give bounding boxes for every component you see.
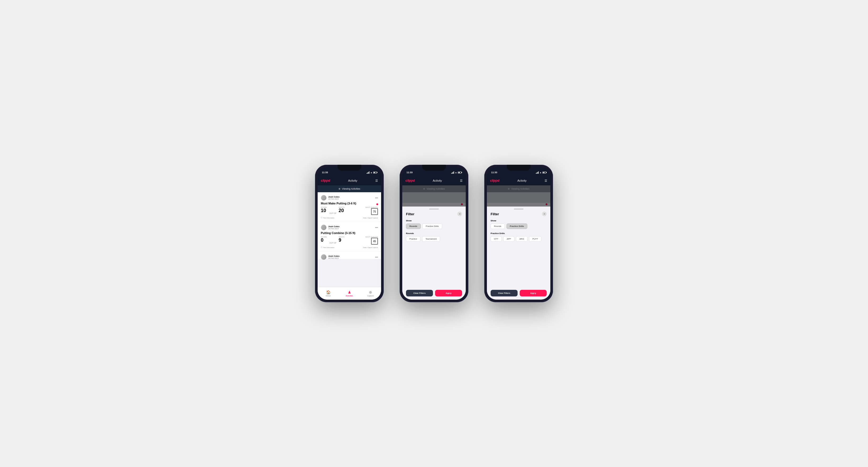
- ott-btn-3[interactable]: OTT: [491, 236, 502, 242]
- activities-list-1: Josh Coles 28 Feb 2023 ••• Must Make Put…: [318, 192, 381, 287]
- capture-icon-1: ⊕: [369, 290, 372, 294]
- signal-bars-1: [367, 172, 369, 174]
- putt-btn-3[interactable]: PUTT: [529, 236, 541, 242]
- stat-of-1: OUT OF: [330, 212, 336, 214]
- practice-drills-buttons-3: OTT APP ARG PUTT: [491, 236, 547, 242]
- stat-group-shots-1: Shots 20: [339, 207, 344, 213]
- stats-row-2: Score 0 OUT OF Shots 9 Shot Quality: [321, 236, 378, 245]
- logo-3: clippd: [490, 179, 499, 183]
- nav-title-2: Activity: [433, 179, 442, 182]
- phone-2: 11:33 ▲ clippd: [400, 165, 468, 302]
- menu-icon-2[interactable]: ☰: [460, 179, 463, 183]
- phone-1: 11:33 ▲ clippd: [315, 165, 384, 302]
- activities-label-1: Activities: [346, 295, 353, 297]
- signal-bar-3: [368, 172, 369, 174]
- filter-modal-3: Filter ✕ Show Rounds Practice Drills Pra…: [487, 207, 550, 300]
- user-details-3: Josh Coles 28 Feb 2023: [328, 255, 340, 259]
- home-icon-1: 🏠: [326, 290, 331, 294]
- filter-backdrop-2: [402, 185, 466, 207]
- arg-btn-3[interactable]: ARG: [516, 236, 527, 242]
- practice-drills-tab-btn-3[interactable]: Practice Drills: [506, 223, 527, 229]
- user-info-2: Josh Coles 28 Feb 2023: [321, 224, 340, 230]
- screen-content-2: ⚙ Viewing Activities Filter ✕: [402, 185, 466, 300]
- filter-footer-3: Clear Filters Apply: [487, 288, 550, 300]
- filter-overlay-3: Filter ✕ Show Rounds Practice Drills Pra…: [487, 185, 550, 300]
- status-time-2: 11:33: [406, 171, 412, 174]
- activity-card-1: Josh Coles 28 Feb 2023 ••• Must Make Put…: [318, 192, 381, 222]
- phone-3: 11:33 ▲ clippd: [484, 165, 553, 302]
- avatar-img-3: [321, 254, 327, 260]
- tournament-btn-2[interactable]: Tournament: [422, 236, 440, 242]
- capture-label-1: Capture: [367, 295, 374, 297]
- activity-title-1: Must Make Putting (3-6 ft): [321, 202, 378, 205]
- quality-badge-2: 45: [371, 238, 378, 245]
- viewing-banner-1[interactable]: ⚙ Viewing Activities: [318, 185, 381, 192]
- stat-of-2: OUT OF: [330, 242, 336, 244]
- user-date-1: 28 Feb 2023: [328, 198, 340, 200]
- menu-icon-3[interactable]: ☰: [545, 179, 547, 183]
- app-btn-3[interactable]: APP: [503, 236, 515, 242]
- info-icon-1: ⓘ: [321, 217, 322, 219]
- avatar-img-2: [321, 225, 327, 230]
- practice-drills-section-label-3: Practice Drills: [491, 232, 547, 235]
- practice-btn-2[interactable]: Practice: [406, 236, 421, 242]
- viewing-banner-text-1: Viewing Activities: [342, 187, 360, 190]
- status-time-1: 11:33: [322, 171, 328, 174]
- activities-icon-1: ♟: [348, 290, 351, 294]
- score-value-2: 0: [321, 238, 327, 243]
- rounds-section-label-2: Rounds: [406, 232, 462, 235]
- filter-icon-1: ⚙: [339, 188, 340, 190]
- wifi-icon-3: ▲: [539, 172, 541, 174]
- battery-tip-1: [377, 172, 377, 173]
- clear-filters-btn-2[interactable]: Clear Filters: [406, 290, 433, 297]
- user-name-3: Josh Coles: [328, 255, 340, 257]
- rounds-tab-btn-2[interactable]: Rounds: [406, 223, 421, 229]
- user-details-2: Josh Coles 28 Feb 2023: [328, 225, 340, 229]
- nav-item-activities-1[interactable]: ♟ Activities: [339, 290, 360, 297]
- rounds-tab-btn-3[interactable]: Rounds: [491, 223, 505, 229]
- card-header-1: Josh Coles 28 Feb 2023 •••: [321, 195, 378, 201]
- notch: [338, 165, 361, 170]
- stat-group-quality-1: Shot Quality 75: [366, 207, 378, 215]
- nav-item-capture-1[interactable]: ⊕ Capture: [360, 290, 381, 297]
- filter-footer-2: Clear Filters Apply: [402, 288, 466, 300]
- clear-filters-btn-3[interactable]: Clear Filters: [491, 290, 518, 297]
- show-label-3: Show: [491, 219, 547, 222]
- filter-close-2[interactable]: ✕: [457, 212, 462, 216]
- avatar-1: [321, 195, 327, 201]
- user-date-2: 28 Feb 2023: [328, 228, 340, 229]
- more-btn-1[interactable]: •••: [375, 196, 378, 199]
- nav-item-home-1[interactable]: 🏠 Home: [318, 290, 339, 297]
- data-source-1: Data: Clippd Capture: [363, 217, 378, 219]
- filter-close-3[interactable]: ✕: [542, 212, 547, 216]
- show-buttons-2: Rounds Practice Drills: [406, 223, 462, 229]
- status-time-3: 11:33: [491, 171, 497, 174]
- user-name-1: Josh Coles: [328, 196, 340, 198]
- quality-badge-1: 75: [371, 208, 378, 215]
- filter-title-3: Filter: [491, 212, 499, 216]
- more-btn-2[interactable]: •••: [375, 226, 378, 229]
- nav-title-1: Activity: [348, 179, 357, 182]
- apply-btn-2[interactable]: Apply: [435, 290, 462, 297]
- menu-icon-1[interactable]: ☰: [375, 179, 378, 183]
- signal-bars-2: [451, 172, 454, 174]
- more-btn-3[interactable]: •••: [375, 256, 378, 259]
- filter-header-3: Filter ✕: [487, 210, 550, 218]
- apply-btn-3[interactable]: Apply: [520, 290, 547, 297]
- phone-2-inner: 11:33 ▲ clippd: [402, 167, 466, 300]
- notch-2: [422, 165, 446, 170]
- card-footer-2: ⓘ Test Information Data: Clippd Capture: [321, 246, 378, 249]
- viewing-dot-1: [376, 204, 378, 205]
- info-text-2: Test Information: [323, 247, 335, 248]
- screen-content-3: ⚙ Viewing Activities Filter ✕: [487, 185, 550, 300]
- filter-body-2: Show Rounds Practice Drills Rounds Pract…: [402, 218, 466, 288]
- activity-title-2: Putting Combine (3-15 ft): [321, 231, 378, 235]
- show-label-2: Show: [406, 219, 462, 222]
- signal-bar-4: [369, 172, 369, 174]
- avatar-3: [321, 254, 327, 260]
- practice-drills-tab-btn-2[interactable]: Practice Drills: [422, 223, 442, 229]
- info-icon-2: ⓘ: [321, 246, 322, 249]
- status-icons-1: ▲: [367, 172, 377, 174]
- score-value-1: 10: [321, 208, 327, 213]
- nav-title-3: Activity: [517, 179, 527, 182]
